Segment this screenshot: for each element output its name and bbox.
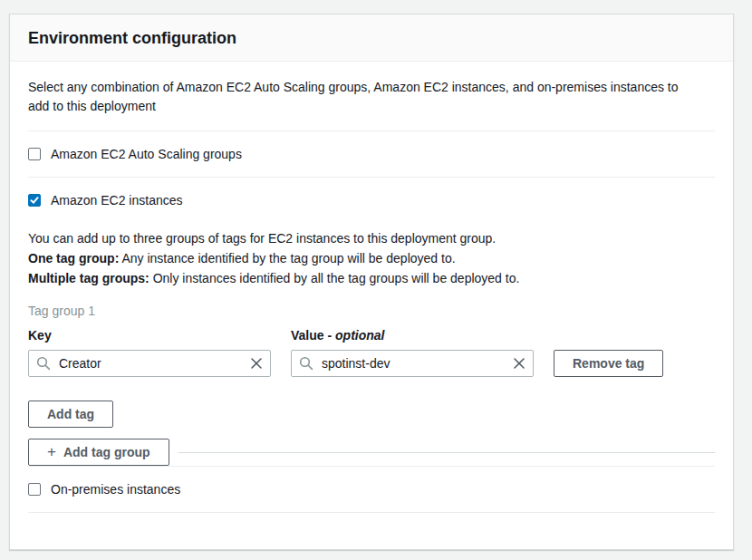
horizontal-rule — [178, 452, 715, 453]
checkmark-icon — [30, 196, 39, 205]
value-input-wrap — [291, 350, 534, 377]
auto-scaling-groups-checkbox[interactable] — [28, 148, 41, 160]
value-input[interactable] — [291, 350, 534, 377]
divider — [28, 512, 715, 513]
on-premises-label: On-premises instances — [51, 481, 180, 497]
value-label: Value - optional — [291, 328, 534, 343]
key-input-wrap — [28, 350, 271, 377]
tag-help-line-2-lead: One tag group: — [28, 251, 119, 266]
add-tag-button[interactable]: Add tag — [28, 401, 113, 428]
checkbox-row-ec2-instances[interactable]: Amazon EC2 instances — [28, 178, 715, 223]
remove-tag-button[interactable]: Remove tag — [554, 350, 663, 377]
add-tag-group-button[interactable]: +Add tag group — [28, 439, 169, 466]
tag-fields: Key Value - optional — [28, 328, 715, 377]
tag-help-line-3: Multiple tag groups: Only instances iden… — [28, 268, 715, 288]
add-tag-group-row: +Add tag group — [28, 439, 715, 466]
key-clear-icon[interactable] — [248, 355, 265, 372]
panel-body: Select any combination of Amazon EC2 Aut… — [10, 78, 733, 513]
ec2-instances-checkbox[interactable] — [28, 194, 41, 207]
key-label: Key — [28, 328, 271, 343]
tag-help-line-3-rest: Only instances identified by all the tag… — [149, 271, 520, 285]
on-premises-checkbox[interactable] — [28, 483, 41, 496]
value-label-text: Value - — [291, 328, 335, 343]
ec2-instances-label: Amazon EC2 instances — [51, 192, 183, 208]
key-input[interactable] — [28, 350, 271, 377]
panel-header: Environment configuration — [10, 14, 733, 62]
tag-help-line-3-lead: Multiple tag groups: — [28, 271, 149, 285]
panel-title: Environment configuration — [28, 29, 715, 47]
value-optional-text: optional — [335, 328, 384, 343]
intro-text: Select any combination of Amazon EC2 Aut… — [28, 78, 699, 116]
tag-help-text: You can add up to three groups of tags f… — [28, 228, 715, 288]
environment-configuration-panel: Environment configuration Select any com… — [9, 14, 734, 550]
tag-help-line-2: One tag group: Any instance identified b… — [28, 248, 715, 268]
add-tag-group-label: Add tag group — [63, 439, 150, 465]
plus-icon: + — [47, 444, 56, 459]
auto-scaling-groups-label: Amazon EC2 Auto Scaling groups — [51, 146, 242, 162]
tag-group-title: Tag group 1 — [28, 303, 715, 319]
checkbox-row-auto-scaling-groups[interactable]: Amazon EC2 Auto Scaling groups — [28, 131, 715, 177]
tag-help-line-2-rest: Any instance identified by the tag group… — [119, 251, 455, 266]
value-clear-icon[interactable] — [511, 355, 527, 372]
tag-help-line-1: You can add up to three groups of tags f… — [28, 228, 715, 248]
checkbox-row-on-premises[interactable]: On-premises instances — [28, 467, 715, 512]
